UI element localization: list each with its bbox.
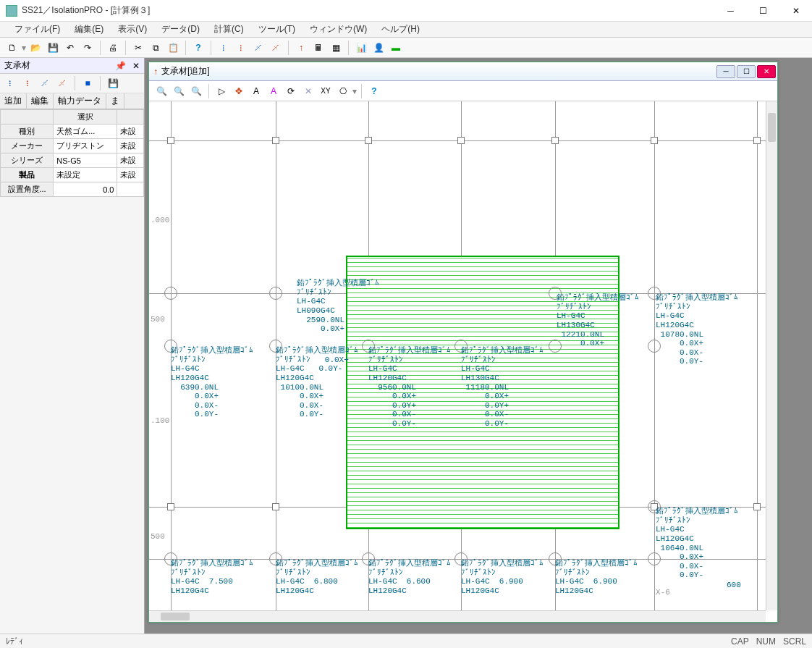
prop-header: 選択 [54, 110, 117, 125]
close-button[interactable]: ✕ [779, 0, 812, 21]
node-label: 鉛ﾌﾟﾗｸﾞ挿入型積層ｺﾞﾑﾌﾞﾘﾁﾞｽﾄﾝLH-G4CLH130G4C 111… [461, 346, 544, 429]
node-label: 鉛ﾌﾟﾗｸﾞ挿入型積層ｺﾞﾑﾌﾞﾘﾁﾞｽﾄﾝLH-G4CLH120G4C 107… [656, 293, 738, 366]
paste-icon[interactable]: 📋 [165, 40, 181, 56]
child-minimize-button[interactable]: ─ [716, 65, 735, 78]
node-label: 鉛ﾌﾟﾗｸﾞ挿入型積層ｺﾞﾑﾌﾞﾘﾁﾞｽﾄﾝLH-G4C 6.800LH120G… [276, 559, 358, 596]
status-num: NUM [756, 636, 776, 647]
node-label: 鉛ﾌﾟﾗｸﾞ挿入型積層ｺﾞﾑﾌﾞﾘﾁﾞｽﾄﾝLH-G4CLH120G4C 639… [171, 346, 253, 419]
child-help-icon[interactable]: ? [366, 83, 382, 99]
panel-close-icon[interactable]: ✕ [132, 61, 140, 71]
save-icon[interactable]: 💾 [45, 40, 61, 56]
delete-icon[interactable]: ✕ [300, 83, 316, 99]
menu-edit[interactable]: 編集(E) [67, 21, 111, 38]
window-controls: ─ ☐ ✕ [714, 0, 812, 21]
panel-tool-4[interactable]: ⸓ [54, 76, 70, 91]
menu-help[interactable]: ヘルプ(H) [374, 21, 427, 38]
prop-product[interactable]: 未設定 [54, 168, 117, 182]
zoom-in-icon[interactable]: 🔍 [153, 83, 169, 99]
copy-icon[interactable]: ⧉ [148, 40, 164, 56]
menu-tool[interactable]: ツール(T) [251, 21, 303, 38]
zoom-out-icon[interactable]: 🔍 [171, 83, 187, 99]
xy-icon[interactable]: XY [318, 83, 334, 99]
node-label: 鉛ﾌﾟﾗｸﾞ挿入型積層ｺﾞﾑﾌﾞﾘﾁﾞｽﾄﾝ 0.0X+LH-G4C 0.0Y-… [276, 346, 358, 419]
status-scrl: SCRL [783, 636, 806, 647]
node-label: 600 [727, 581, 741, 590]
chart2-icon[interactable]: 👤 [371, 40, 386, 56]
new-icon[interactable]: 🗋 [4, 40, 20, 56]
cut-icon[interactable]: ✂ [130, 40, 146, 56]
panel-tool-3[interactable]: ⸓ [37, 76, 53, 91]
prop-series[interactable]: NS-G5 [54, 153, 117, 168]
panel-title: 支承材 [4, 59, 30, 72]
arrow-up-icon[interactable]: ↑ [293, 40, 309, 56]
node-label: 鉛ﾌﾟﾗｸﾞ挿入型積層ｺﾞﾑﾌﾞﾘﾁﾞｽﾄﾝLH-G4C 6.900LH120G… [555, 559, 638, 596]
menubar: ファイル(F) 編集(E) 表示(V) データ(D) 計算(C) ツール(T) … [0, 22, 812, 38]
node-label: 鉛ﾌﾟﾗｸﾞ挿入型積層ｺﾞﾑﾌﾞﾘﾁﾞｽﾄﾝLH-G4C 7.500LH120G… [171, 559, 253, 596]
status-cap: CAP [731, 636, 749, 647]
maximize-button[interactable]: ☐ [747, 0, 779, 21]
main-toolbar: 🗋 ▾ 📂 💾 ↶ ↷ 🖨 ✂ ⧉ 📋 ? ⫶ ⫶ ⸓ ⸓ ↑ 🖩 ▦ 📊 👤 … [0, 38, 812, 58]
chart3-icon[interactable]: ▬ [388, 40, 404, 56]
child-toolbar: 🔍 🔍 🔍 ▷ ✥ A A ⟳ ✕ XY ⎔ ▾ ? [149, 81, 777, 101]
color-a-icon[interactable]: A [266, 83, 282, 99]
move-icon[interactable]: ✥ [231, 83, 247, 99]
status-text: ﾚﾃﾞｨ [6, 636, 23, 647]
child-window: ↑ 支承材[追加] ─ ☐ ✕ 🔍 🔍 🔍 ▷ ✥ A A ⟳ ✕ XY ⎔ ▾… [148, 62, 778, 623]
tab-more[interactable]: ま [106, 93, 124, 109]
panel-tool-save[interactable]: 💾 [105, 76, 121, 91]
v-scrollbar[interactable] [766, 101, 777, 610]
node-label: 鉛ﾌﾟﾗｸﾞ挿入型積層ｺﾞﾑﾌﾞﾘﾁﾞｽﾄﾝLH-G4C 6.600LH120G… [368, 559, 451, 596]
panel-tool-5[interactable]: ■ [80, 76, 96, 91]
refresh-icon[interactable]: ⟳ [283, 83, 299, 99]
text-icon[interactable]: A [248, 83, 264, 99]
print-icon[interactable]: 🖨 [105, 40, 121, 56]
beam2-icon[interactable]: ⫶ [233, 40, 249, 56]
pointer-icon[interactable]: ▷ [213, 83, 229, 99]
node-label: 鉛ﾌﾟﾗｸﾞ挿入型積層ｺﾞﾑﾌﾞﾘﾁﾞｽﾄﾝLH-G4CLH120G4C 956… [368, 346, 451, 429]
app-title: SS21／IsolationPRO - [計算例３] [22, 4, 150, 17]
undo-icon[interactable]: ↶ [62, 40, 78, 56]
calc-icon[interactable]: 🖩 [310, 40, 326, 56]
child-maximize-button[interactable]: ☐ [737, 65, 756, 78]
beam4-icon[interactable]: ⸓ [268, 40, 284, 56]
statusbar: ﾚﾃﾞｨ CAP NUM SCRL [0, 634, 812, 648]
h-scrollbar[interactable] [149, 610, 766, 622]
panel-tool-1[interactable]: ⫶ [2, 76, 18, 91]
minimize-button[interactable]: ─ [714, 0, 747, 21]
menu-window[interactable]: ウィンドウ(W) [303, 21, 374, 38]
lasso-icon[interactable]: ⎔ [335, 83, 351, 99]
tab-edit[interactable]: 編集 [27, 93, 54, 109]
panel-pin-icon[interactable]: 📌 [115, 61, 126, 71]
menu-view[interactable]: 表示(V) [111, 21, 154, 38]
canvas[interactable]: .000500.100500X-6鉛ﾌﾟﾗｸﾞ挿入型積層ｺﾞﾑﾌﾞﾘﾁﾞｽﾄﾝL… [149, 101, 777, 622]
prop-maker[interactable]: ブリヂストン [54, 139, 117, 153]
help-icon[interactable]: ? [190, 40, 206, 56]
zoom-fit-icon[interactable]: 🔍 [188, 83, 204, 99]
menu-data[interactable]: データ(D) [154, 21, 207, 38]
redo-icon[interactable]: ↷ [80, 40, 96, 56]
menu-file[interactable]: ファイル(F) [7, 21, 67, 38]
node-label: 鉛ﾌﾟﾗｸﾞ挿入型積層ｺﾞﾑﾌﾞﾘﾁﾞｽﾄﾝLH-G4CLH130G4C 122… [557, 293, 639, 348]
tab-add[interactable]: 追加 [0, 93, 27, 109]
child-window-title: 支承材[追加] [161, 65, 210, 77]
child-window-icon: ↑ [153, 67, 158, 77]
property-table: 選択 種別天然ゴム...未設 メーカーブリヂストン未設 シリーズNS-G5未設 … [0, 109, 144, 197]
beam1-icon[interactable]: ⫶ [216, 40, 232, 56]
node-label: 鉛ﾌﾟﾗｸﾞ挿入型積層ｺﾞﾑﾌﾞﾘﾁﾞｽﾄﾝLH-G4C 6.900LH120G… [461, 559, 544, 596]
chart1-icon[interactable]: 📊 [353, 40, 369, 56]
node-label: 鉛ﾌﾟﾗｸﾞ挿入型積層ｺﾞﾑﾌﾞﾘﾁﾞｽﾄﾝLH-G4CLH120G4C 106… [656, 507, 738, 580]
side-panel: 支承材 📌 ✕ ⫶ ⫶ ⸓ ⸓ ■ 💾 追加 編集 軸力データ ま 選択 種別天… [0, 58, 145, 634]
beam3-icon[interactable]: ⸓ [250, 40, 266, 56]
panel-tool-2[interactable]: ⫶ [20, 76, 35, 91]
node-label: 鉛ﾌﾟﾗｸﾞ挿入型積層ｺﾞﾑﾌﾞﾘﾁﾞｽﾄﾝLH-G4CLH090G4C 259… [297, 279, 379, 334]
main-titlebar: SS21／IsolationPRO - [計算例３] ─ ☐ ✕ [0, 0, 812, 22]
menu-calc[interactable]: 計算(C) [207, 21, 251, 38]
open-icon[interactable]: 📂 [28, 40, 43, 56]
sheet-icon[interactable]: ▦ [328, 40, 344, 56]
prop-type[interactable]: 天然ゴム... [54, 125, 117, 139]
prop-angle[interactable]: 0.0 [54, 182, 117, 197]
app-icon [6, 5, 17, 17]
tab-axial[interactable]: 軸力データ [54, 93, 106, 109]
child-close-button[interactable]: ✕ [757, 65, 776, 78]
